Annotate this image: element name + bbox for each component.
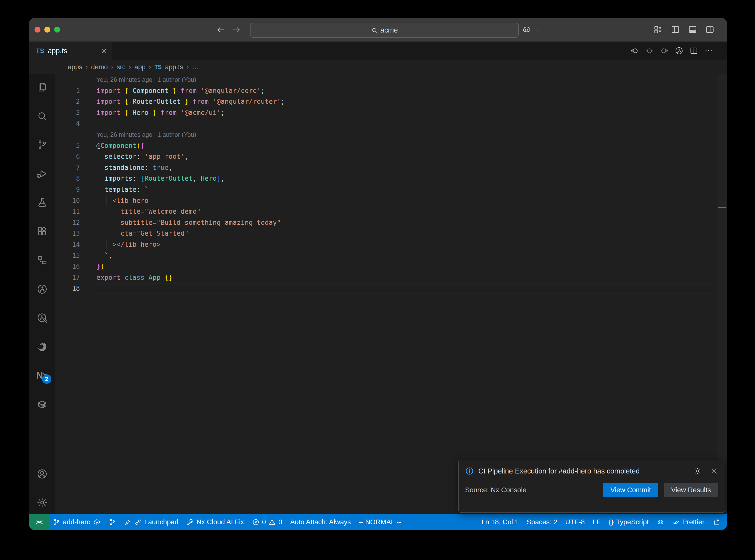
warning-icon	[268, 518, 276, 526]
sidebar-item-explorer[interactable]	[37, 82, 48, 93]
nav-node-circle-icon[interactable]	[645, 46, 654, 55]
search-icon	[37, 118, 48, 122]
view-results-button[interactable]: View Results	[664, 483, 718, 497]
status-item-encoding[interactable]: UTF-8	[561, 514, 589, 530]
sidebar-item-nx-console[interactable]: N>2	[37, 370, 48, 381]
sidebar-item-pipeline[interactable]	[37, 283, 48, 295]
customize-layout-icon[interactable]	[653, 25, 663, 34]
sidebar-item-source-control[interactable]	[37, 139, 48, 151]
code-line-9[interactable]: 9 template: `	[55, 184, 727, 195]
close-tab-icon[interactable]	[101, 47, 107, 54]
toggle-panel-icon[interactable]	[688, 25, 697, 34]
status-item-formatter-prettier[interactable]: Prettier	[668, 514, 709, 530]
sidebar-item-containers[interactable]	[37, 399, 48, 410]
close-window-button[interactable]	[35, 27, 40, 33]
nav-forward-circle-icon[interactable]	[660, 46, 669, 55]
status-item-nx-cloud-ai-fix[interactable]: Nx Cloud AI Fix	[182, 514, 248, 530]
breadcrumb-item-app[interactable]: app	[134, 63, 145, 71]
code-text: cta="Get Started"	[96, 228, 188, 239]
line-number: 18	[55, 283, 80, 294]
code-editor[interactable]: You, 26 minutes ago | 1 author (You)1imp…	[55, 74, 727, 514]
branch-icon	[53, 518, 60, 526]
zoom-window-button[interactable]	[54, 27, 60, 33]
breadcrumb-item-apps[interactable]: apps	[68, 63, 82, 71]
code-line-14[interactable]: 14 ></lib-hero>	[55, 239, 727, 250]
code-text: selector: 'app-root',	[96, 151, 188, 162]
minimize-window-button[interactable]	[44, 27, 50, 33]
status-item-git-graph[interactable]	[104, 514, 120, 530]
line-number: 8	[55, 173, 80, 184]
code-line-11[interactable]: 11 title="Welcmoe demo"	[55, 206, 727, 217]
status-label: Ln 18, Col 1	[481, 518, 519, 526]
line-number: 10	[55, 195, 80, 206]
more-actions-icon[interactable]	[704, 46, 713, 55]
container-icon	[37, 407, 48, 411]
nav-back-circle-icon[interactable]	[630, 46, 639, 55]
status-item-cursor-position[interactable]: Ln 18, Col 1	[478, 514, 523, 530]
notification-close-icon[interactable]	[710, 467, 718, 475]
pipeline-run-icon[interactable]	[675, 46, 683, 55]
sidebar-item-extensions[interactable]	[37, 226, 48, 237]
remote-indicator[interactable]: ><	[29, 514, 49, 530]
braces-icon: {}	[609, 518, 614, 526]
line-number: 14	[55, 239, 80, 250]
breadcrumb-item-demo[interactable]: demo	[91, 63, 108, 71]
toggle-primary-sidebar-icon[interactable]	[671, 25, 680, 34]
code-line-1[interactable]: 1import { Component } from '@angular/cor…	[55, 85, 727, 96]
code-line-4[interactable]: 4	[55, 118, 727, 129]
sidebar-item-manage-settings[interactable]	[37, 497, 48, 508]
code-line-15[interactable]: 15 `,	[55, 250, 727, 261]
sidebar-item-run-and-debug[interactable]	[37, 168, 48, 179]
tab-app-ts[interactable]: TS app.ts	[29, 42, 112, 60]
code-line-10[interactable]: 10 <lib-hero	[55, 195, 727, 206]
line-number: 1	[55, 85, 80, 96]
status-item-git-branch[interactable]: add-hero	[49, 514, 104, 530]
sidebar-item-search[interactable]	[37, 111, 48, 122]
status-item-launchpad[interactable]: Launchpad	[120, 514, 182, 530]
breadcrumb-tail[interactable]: …	[192, 63, 199, 71]
sidebar-item-pipeline-search[interactable]	[37, 312, 48, 324]
status-item-copilot-status[interactable]	[653, 514, 668, 530]
line-number: 6	[55, 151, 80, 162]
code-line-2[interactable]: 2import { RouterOutlet } from '@angular/…	[55, 96, 727, 107]
sidebar-item-testing[interactable]	[37, 197, 48, 208]
sidebar-item-accounts[interactable]	[37, 468, 48, 480]
code-text: <lib-hero	[96, 195, 148, 206]
notification-settings-gear-icon[interactable]	[694, 467, 701, 475]
status-item-notifications-bell[interactable]	[709, 514, 724, 530]
editor-scrollbar[interactable]	[717, 74, 727, 514]
view-commit-button[interactable]: View Commit	[603, 483, 658, 497]
navigate-forward-icon[interactable]	[232, 25, 241, 35]
status-item-auto-attach[interactable]: Auto Attach: Always	[286, 514, 355, 530]
search-value: acme	[380, 26, 398, 34]
account-icon	[37, 476, 48, 480]
code-line-6[interactable]: 6 selector: 'app-root',	[55, 151, 727, 162]
status-item-language-mode[interactable]: {}TypeScript	[604, 514, 653, 530]
blame-text: You, 26 minutes ago | 1 author (You)	[96, 74, 196, 85]
code-line-18[interactable]: 18	[55, 283, 727, 294]
split-editor-icon[interactable]	[690, 46, 698, 55]
sidebar-item-related-views[interactable]	[37, 255, 48, 266]
code-line-5[interactable]: 5@Component({	[55, 140, 727, 151]
sidebar-item-edge-tools[interactable]	[37, 341, 48, 353]
code-line-3[interactable]: 3import { Hero } from '@acme/ui';	[55, 107, 727, 118]
status-item-vim-mode[interactable]: -- NORMAL --	[355, 514, 405, 530]
copilot-icon[interactable]	[522, 25, 532, 35]
status-item-problems[interactable]: 00	[248, 514, 286, 530]
navigate-back-icon[interactable]	[216, 25, 225, 35]
breadcrumb-item-src[interactable]: src	[117, 63, 125, 71]
code-line-8[interactable]: 8 imports: [RouterOutlet, Hero],	[55, 173, 727, 184]
toggle-secondary-sidebar-icon[interactable]	[705, 25, 715, 34]
status-item-indentation[interactable]: Spaces: 2	[523, 514, 561, 530]
command-center-search[interactable]: acme	[250, 23, 519, 38]
code-line-13[interactable]: 13 cta="Get Started"	[55, 228, 727, 239]
code-line-17[interactable]: 17export class App {}	[55, 272, 727, 283]
breadcrumb-item-file[interactable]: app.ts	[165, 63, 183, 71]
status-item-eol[interactable]: LF	[589, 514, 605, 530]
code-line-7[interactable]: 7 standalone: true,	[55, 162, 727, 173]
code-line-16[interactable]: 16})	[55, 261, 727, 272]
code-line-12[interactable]: 12 subtitle="Build something amazing tod…	[55, 217, 727, 228]
chevron-down-icon[interactable]	[535, 27, 539, 32]
line-number: 13	[55, 228, 80, 239]
badge: 2	[42, 374, 51, 384]
